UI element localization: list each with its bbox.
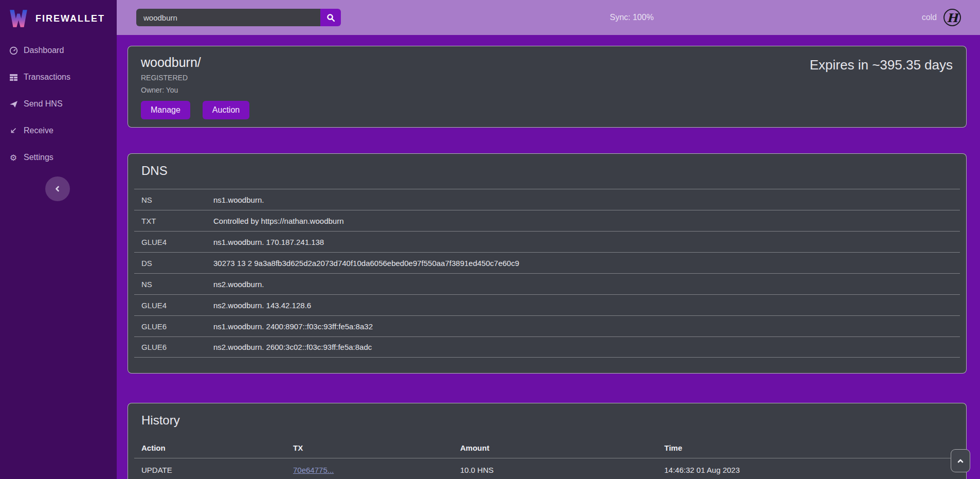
dns-record-type: NS <box>134 196 213 204</box>
sidebar-item-label: Dashboard <box>24 46 64 55</box>
dns-record-row: TXT Controlled by https://nathan.woodbur… <box>134 210 960 231</box>
chevron-up-icon <box>956 457 965 465</box>
history-card: History Action TX Amount Time UPDATE 70e… <box>128 403 967 479</box>
sidebar: FIREWALLET Dashboard Tran <box>0 0 117 479</box>
sync-status: Sync: 100% <box>610 0 654 35</box>
send-plane-icon <box>9 99 18 109</box>
history-header-row: Action TX Amount Time <box>134 437 960 458</box>
gear-icon: ⚙ <box>9 153 18 162</box>
history-col-amount: Amount <box>460 443 664 452</box>
sidebar-nav: Dashboard Transactions Send HNS <box>0 37 117 171</box>
sidebar-collapse-button[interactable] <box>45 176 70 201</box>
main-content: woodburn/ REGISTERED Owner: You Manage A… <box>117 35 980 479</box>
sidebar-item-settings[interactable]: ⚙ Settings <box>0 144 117 171</box>
dns-record-type: GLUE6 <box>134 322 213 331</box>
dns-record-value: ns2.woodburn. 2600:3c02::f03c:93ff:fe5a:… <box>213 343 960 351</box>
sidebar-item-label: Settings <box>24 153 53 162</box>
dns-record-value: Controlled by https://nathan.woodburn <box>213 217 960 225</box>
domain-actions: Manage Auction <box>141 101 953 119</box>
sidebar-item-dashboard[interactable]: Dashboard <box>0 37 117 64</box>
dns-record-type: DS <box>134 259 213 268</box>
history-tx: 70e64775... <box>293 466 460 474</box>
brand[interactable]: FIREWALLET <box>0 0 117 37</box>
firewallet-logo-icon <box>8 8 29 29</box>
dns-record-row: GLUE4 ns2.woodburn. 143.42.128.6 <box>134 294 960 315</box>
dns-table: NS ns1.woodburn. TXT Controlled by https… <box>134 189 960 358</box>
handshake-logo-icon[interactable]: H <box>943 9 961 26</box>
expires-label: Expires in ~395.35 days <box>810 57 953 73</box>
dns-record-row: NS ns1.woodburn. <box>134 189 960 210</box>
scroll-top-button[interactable] <box>951 449 970 472</box>
dns-record-row: NS ns2.woodburn. <box>134 273 960 294</box>
arrow-down-left-icon <box>9 126 18 135</box>
dns-record-type: GLUE4 <box>134 238 213 246</box>
dns-record-value: ns1.woodburn. 2400:8907::f03c:93ff:fe5a:… <box>213 322 960 331</box>
dns-record-type: NS <box>134 280 213 289</box>
sidebar-item-transactions[interactable]: Transactions <box>0 64 117 91</box>
brand-name: FIREWALLET <box>35 13 105 24</box>
search-button[interactable] <box>320 9 341 26</box>
domain-status: REGISTERED <box>141 74 953 82</box>
sidebar-item-receive[interactable]: Receive <box>0 117 117 144</box>
tx-link[interactable]: 70e64775... <box>293 466 334 474</box>
dns-record-row: GLUE6 ns1.woodburn. 2400:8907::f03c:93ff… <box>134 315 960 336</box>
history-action: UPDATE <box>134 466 293 474</box>
sidebar-item-label: Send HNS <box>24 99 63 109</box>
domain-card: woodburn/ REGISTERED Owner: You Manage A… <box>128 46 967 128</box>
sidebar-item-label: Transactions <box>24 73 70 82</box>
history-col-time: Time <box>664 443 960 452</box>
dns-record-type: GLUE6 <box>134 343 213 351</box>
search-input[interactable] <box>136 9 320 26</box>
dns-record-value: ns1.woodburn. 170.187.241.138 <box>213 238 960 246</box>
history-amount: 10.0 HNS <box>460 466 664 474</box>
history-row: UPDATE 70e64775... 10.0 HNS 14:46:32 01 … <box>134 458 960 479</box>
history-card-title: History <box>128 412 966 429</box>
history-time: 14:46:32 01 Aug 2023 <box>664 466 960 474</box>
dns-record-row: GLUE4 ns1.woodburn. 170.187.241.138 <box>134 231 960 252</box>
dns-record-type: GLUE4 <box>134 301 213 310</box>
topbar: Sync: 100% cold H <box>117 0 980 35</box>
magnifier-icon <box>326 13 335 22</box>
manage-button[interactable]: Manage <box>141 101 190 119</box>
dns-record-value: ns2.woodburn. <box>213 280 960 289</box>
chevron-left-icon <box>53 185 62 193</box>
dns-record-value: 30273 13 2 9a3a8fb3d625d2a2073d740f10da6… <box>213 259 960 268</box>
table-icon <box>9 73 18 82</box>
dns-record-type: TXT <box>134 217 213 225</box>
dns-record-value: ns1.woodburn. <box>213 196 960 204</box>
dns-record-row: DS 30273 13 2 9a3a8fb3d625d2a2073d740f10… <box>134 252 960 273</box>
dns-record-row: GLUE6 ns2.woodburn. 2600:3c02::f03c:93ff… <box>134 336 960 358</box>
dns-record-value: ns2.woodburn. 143.42.128.6 <box>213 301 960 310</box>
history-col-tx: TX <box>293 443 460 452</box>
wallet-name-label: cold <box>922 0 937 35</box>
dns-card: DNS NS ns1.woodburn. TXT Controlled by h… <box>128 153 967 374</box>
sidebar-item-send-hns[interactable]: Send HNS <box>0 91 117 117</box>
auction-button[interactable]: Auction <box>203 101 249 119</box>
history-table: Action TX Amount Time UPDATE 70e64775...… <box>134 437 960 479</box>
sidebar-item-label: Receive <box>24 126 53 135</box>
history-col-action: Action <box>134 443 293 452</box>
domain-owner: Owner: You <box>141 86 953 94</box>
dns-card-title: DNS <box>128 162 966 180</box>
search-group <box>136 9 341 26</box>
dashboard-gauge-icon <box>9 46 18 55</box>
